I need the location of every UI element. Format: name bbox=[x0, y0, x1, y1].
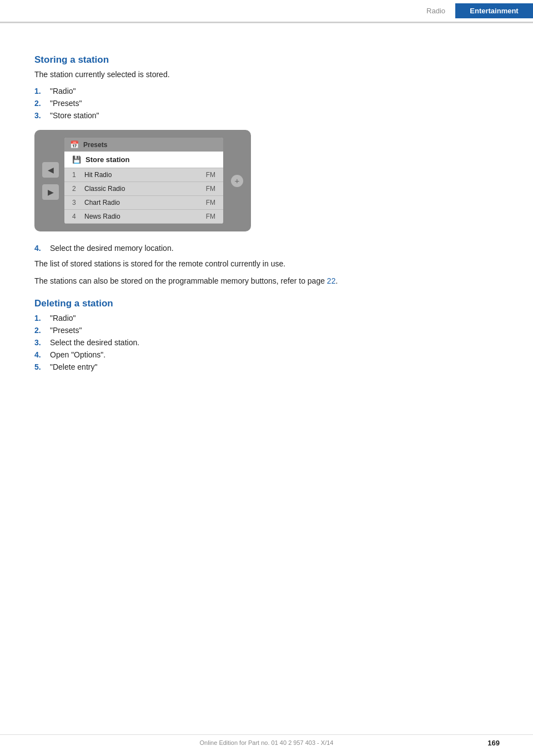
preset-name-3: Chart Radio bbox=[81, 199, 206, 206]
deleting-step-3: 3. Select the desired station. bbox=[34, 338, 499, 347]
footer-page: 169 bbox=[487, 739, 500, 747]
step-text-3: "Store station" bbox=[50, 111, 99, 120]
del-step-text-3: Select the desired station. bbox=[50, 338, 139, 347]
deleting-steps-list: 1. "Radio" 2. "Presets" 3. Select the de… bbox=[34, 314, 499, 371]
preset-name-4: News Radio bbox=[81, 213, 206, 220]
footer: Online Edition for Part no. 01 40 2 957 … bbox=[0, 734, 533, 746]
del-step-num-5: 5. bbox=[34, 362, 50, 371]
deleting-section: Deleting a station 1. "Radio" 2. "Preset… bbox=[34, 298, 499, 371]
screen-title-bar: 📅 Presets bbox=[64, 138, 223, 152]
preset-band-1: FM bbox=[206, 171, 215, 179]
preset-row-3[interactable]: 3 Chart Radio FM bbox=[64, 196, 223, 210]
storing-para2-prefix: The stations can also be stored on the p… bbox=[34, 276, 327, 285]
preset-num-1: 1 bbox=[72, 171, 81, 179]
deleting-step-5: 5. "Delete entry" bbox=[34, 362, 499, 371]
preset-name-2: Classic Radio bbox=[81, 185, 206, 193]
preset-band-3: FM bbox=[206, 199, 215, 206]
step-text-2: "Presets" bbox=[50, 99, 82, 108]
screen-title-text: Presets bbox=[83, 141, 107, 149]
storing-step-4: 4. Select the desired memory location. bbox=[34, 244, 499, 253]
del-step-text-2: "Presets" bbox=[50, 326, 82, 335]
store-station-row[interactable]: 💾 Store station bbox=[64, 152, 223, 168]
storing-step-1: 1. "Radio" bbox=[34, 87, 499, 95]
storing-section: Storing a station The station currently … bbox=[34, 54, 499, 287]
del-step-num-2: 2. bbox=[34, 326, 50, 335]
deleting-step-4: 4. Open "Options". bbox=[34, 350, 499, 359]
page-22-link[interactable]: 22 bbox=[327, 276, 336, 285]
store-station-icon: 💾 bbox=[72, 155, 81, 164]
screen-outer: ◀ ▶ 📅 Presets 💾 Store station bbox=[34, 130, 251, 231]
preset-band-2: FM bbox=[206, 185, 215, 193]
screen-image-container: ◀ ▶ 📅 Presets 💾 Store station bbox=[34, 130, 499, 231]
deleting-heading: Deleting a station bbox=[34, 298, 499, 309]
page-header: Radio Entertainment bbox=[0, 0, 533, 23]
nav-left-button[interactable]: ◀ bbox=[42, 162, 59, 178]
step-num-4: 4. bbox=[34, 244, 50, 253]
preset-name-1: Hit Radio bbox=[81, 171, 206, 179]
storing-steps-list: 1. "Radio" 2. "Presets" 3. "Store statio… bbox=[34, 87, 499, 120]
presets-icon: 📅 bbox=[70, 140, 79, 149]
storing-para2-suffix: . bbox=[335, 276, 338, 285]
del-step-num-4: 4. bbox=[34, 350, 50, 359]
deleting-step-1: 1. "Radio" bbox=[34, 314, 499, 322]
screen-inner: 📅 Presets 💾 Store station 1 Hit Radio FM bbox=[64, 138, 223, 224]
header-radio-label: Radio bbox=[416, 3, 455, 18]
step-text-4: Select the desired memory location. bbox=[50, 244, 174, 253]
header-entertainment-label: Entertainment bbox=[455, 3, 533, 18]
nav-right-button[interactable]: ▶ bbox=[42, 184, 59, 200]
preset-row-2[interactable]: 2 Classic Radio FM bbox=[64, 182, 223, 196]
del-step-text-4: Open "Options". bbox=[50, 350, 105, 359]
storing-step-3: 3. "Store station" bbox=[34, 111, 499, 120]
preset-row-4[interactable]: 4 News Radio FM bbox=[64, 210, 223, 224]
storing-heading: Storing a station bbox=[34, 54, 499, 65]
main-content: Storing a station The station currently … bbox=[0, 23, 533, 402]
step-num-1: 1. bbox=[34, 87, 50, 95]
plus-button[interactable]: + bbox=[231, 175, 243, 187]
preset-row-1[interactable]: 1 Hit Radio FM bbox=[64, 168, 223, 182]
storing-intro: The station currently selected is stored… bbox=[34, 70, 499, 79]
screen-nav-arrows: ◀ ▶ bbox=[42, 161, 59, 201]
storing-para2: The stations can also be stored on the p… bbox=[34, 275, 499, 287]
deleting-step-2: 2. "Presets" bbox=[34, 326, 499, 335]
storing-para1: The list of stored stations is stored fo… bbox=[34, 258, 499, 270]
step-num-3: 3. bbox=[34, 111, 50, 120]
storing-step-2: 2. "Presets" bbox=[34, 99, 499, 108]
preset-num-2: 2 bbox=[72, 185, 81, 193]
footer-text: Online Edition for Part no. 01 40 2 957 … bbox=[200, 739, 334, 746]
del-step-num-3: 3. bbox=[34, 338, 50, 347]
store-station-label: Store station bbox=[86, 155, 129, 164]
del-step-num-1: 1. bbox=[34, 314, 50, 322]
preset-band-4: FM bbox=[206, 213, 215, 220]
step-num-2: 2. bbox=[34, 99, 50, 108]
preset-num-4: 4 bbox=[72, 213, 81, 220]
del-step-text-5: "Delete entry" bbox=[50, 362, 97, 371]
step-text-1: "Radio" bbox=[50, 87, 76, 95]
del-step-text-1: "Radio" bbox=[50, 314, 76, 322]
preset-num-3: 3 bbox=[72, 199, 81, 206]
